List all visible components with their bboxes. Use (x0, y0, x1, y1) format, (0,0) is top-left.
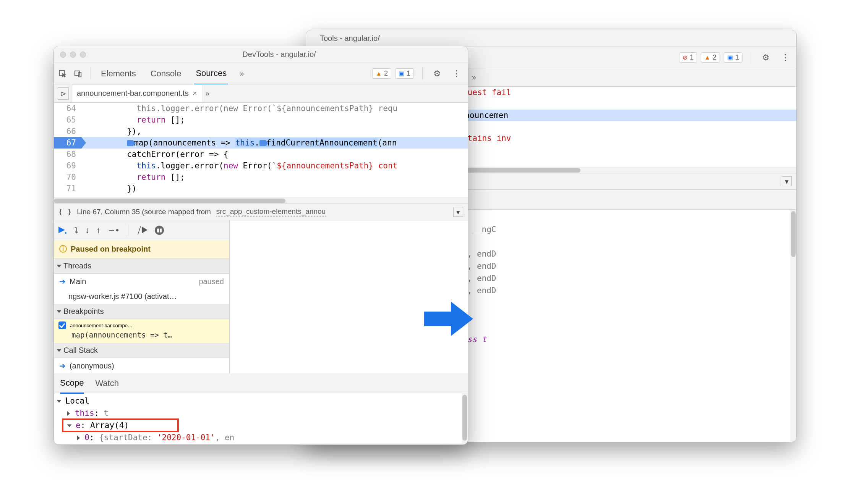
callstack-section[interactable]: Call Stack (54, 343, 229, 358)
chevron-down-icon[interactable] (57, 400, 62, 403)
status-dropdown-icon[interactable]: ▾ (782, 176, 792, 186)
messages-badge[interactable]: ▣1 (724, 52, 742, 63)
main-toolbar: Elements Console Sources » ▲2 ▣1 ⚙ ⋮ (54, 63, 468, 84)
code-editor[interactable]: 64 this.logger.error(new Error(`${announ… (54, 103, 468, 197)
chevron-right-icon[interactable] (67, 411, 70, 416)
debugger-toolbar: ▶▸ ⤵ ↓ ↑ →• ⧸▶ ▮▮ (54, 220, 229, 240)
debugger-sidebar: ▶▸ ⤵ ↓ ↑ →• ⧸▶ ▮▮ ⓘ Paused on breakpoint… (54, 220, 230, 373)
message-icon: ▣ (399, 70, 404, 77)
divider (91, 68, 91, 80)
divider (751, 52, 751, 64)
comparison-arrow-icon (424, 302, 474, 336)
vertical-scrollbar[interactable] (790, 210, 796, 442)
divider (128, 225, 128, 236)
maximize-window-icon[interactable] (80, 52, 86, 58)
tab-elements[interactable]: Elements (99, 63, 138, 84)
gear-icon[interactable]: ⚙ (760, 51, 772, 64)
messages-badge[interactable]: ▣1 (395, 68, 414, 79)
breakpoint-item[interactable]: announcement-bar.compo… map(announcement… (54, 319, 229, 343)
chevron-down-icon[interactable] (57, 349, 62, 352)
warning-icon: ▲ (376, 70, 382, 77)
chevron-down-icon[interactable] (57, 310, 62, 313)
deactivate-breakpoints-icon[interactable]: ⧸▶ (138, 225, 148, 235)
svg-rect-2 (78, 73, 81, 77)
horizontal-scrollbar[interactable] (54, 197, 468, 204)
overflow-icon[interactable]: » (472, 73, 476, 82)
breakpoints-section[interactable]: Breakpoints (54, 304, 229, 319)
svg-rect-1 (75, 71, 79, 75)
tab-sources[interactable]: Sources (194, 63, 228, 85)
chevron-right-icon[interactable] (77, 436, 80, 440)
scope-watch-tabs: Scope Watch (54, 373, 468, 393)
current-thread-icon: ➔ (59, 277, 66, 286)
kebab-icon[interactable]: ⋮ (450, 67, 463, 80)
inline-breakpoint-icon[interactable] (259, 140, 266, 146)
scope-tree[interactable]: Local this: t e: Array(4) 0: {startDate:… (54, 393, 468, 445)
titlebar: Tools - angular.io/ (306, 30, 796, 47)
threads-section[interactable]: Threads (54, 258, 229, 274)
inspect-icon[interactable] (58, 69, 67, 78)
tab-scope[interactable]: Scope (60, 373, 84, 394)
step-out-icon[interactable]: ↑ (96, 225, 101, 235)
overflow-icon[interactable]: » (240, 69, 244, 78)
thread-main[interactable]: ➔Mainpaused (54, 274, 229, 289)
inline-breakpoint-icon[interactable] (127, 140, 133, 146)
current-frame-icon: ➔ (59, 361, 66, 370)
step-into-icon[interactable]: ↓ (85, 225, 89, 235)
tab-console[interactable]: Console (149, 63, 183, 84)
stack-frame[interactable]: ➔(anonymous) (54, 358, 229, 373)
traffic-lights (60, 52, 86, 58)
step-over-icon[interactable]: ⤵ (74, 225, 78, 235)
close-window-icon[interactable] (60, 52, 66, 58)
file-tab-announcement[interactable]: announcement-bar.component.ts ✕ (72, 85, 202, 102)
errors-badge[interactable]: ⊘1 (679, 52, 697, 63)
step-icon[interactable]: →• (107, 225, 119, 235)
thread-service-worker[interactable]: ngsw-worker.js #7100 (activat… (54, 289, 229, 304)
cursor-position: Line 67, Column 35 (source mapped from (77, 208, 211, 216)
variable-highlight: e: Array(4) (63, 419, 178, 431)
issue-badges: ⊘1 ▲2 ▣1 (679, 52, 742, 63)
minimize-window-icon[interactable] (70, 52, 76, 58)
chevron-down-icon[interactable] (67, 425, 72, 427)
pretty-print-icon[interactable]: { } (58, 208, 71, 216)
devtools-window-left: DevTools - angular.io/ Elements Console … (53, 46, 468, 445)
kebab-icon[interactable]: ⋮ (779, 51, 792, 64)
status-bar: { } Line 67, Column 35 (source mapped fr… (54, 204, 468, 220)
navigator-toggle-icon[interactable]: ⊳ (58, 87, 69, 100)
message-icon: ▣ (727, 54, 733, 61)
gear-icon[interactable]: ⚙ (431, 67, 443, 80)
tab-watch[interactable]: Watch (95, 374, 119, 393)
warning-icon: ▲ (704, 54, 710, 61)
scope-panel: Scope Watch Local this: t e: Array(4) 0:… (54, 373, 468, 445)
device-toggle-icon[interactable] (74, 69, 82, 78)
issue-badges: ▲2 ▣1 (372, 68, 414, 79)
status-dropdown-icon[interactable]: ▾ (453, 207, 463, 217)
breakpoint-gutter[interactable]: 67 (54, 137, 81, 149)
window-title: DevTools - angular.io/ (97, 50, 462, 59)
overflow-icon[interactable]: » (205, 89, 209, 98)
error-icon: ⊘ (683, 54, 687, 61)
sourcemap-link[interactable]: src_app_custom-elements_annou (216, 207, 326, 216)
checkbox-checked-icon[interactable] (58, 321, 66, 329)
warnings-badge[interactable]: ▲2 (372, 68, 391, 79)
paused-banner: ⓘ Paused on breakpoint (54, 240, 229, 258)
file-tabs: ⊳ announcement-bar.component.ts ✕ » (54, 84, 468, 103)
warnings-badge[interactable]: ▲2 (701, 52, 720, 63)
pause-exceptions-icon[interactable]: ▮▮ (155, 226, 164, 235)
window-title: Tools - angular.io/ (312, 34, 790, 43)
resume-icon[interactable]: ▶▸ (58, 225, 67, 235)
close-icon[interactable]: ✕ (192, 90, 197, 97)
vertical-scrollbar[interactable] (462, 393, 468, 445)
info-icon: ⓘ (59, 244, 67, 254)
titlebar: DevTools - angular.io/ (54, 46, 468, 63)
chevron-down-icon[interactable] (57, 265, 62, 267)
divider (422, 68, 423, 80)
